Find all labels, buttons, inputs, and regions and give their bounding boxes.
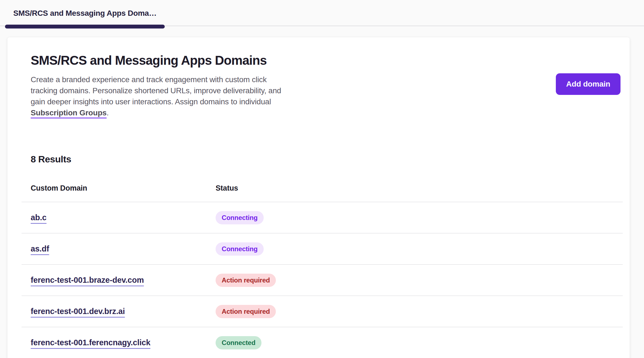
tab-sms-rcs-messaging-apps-domains[interactable]: SMS/RCS and Messaging Apps Doma…	[5, 0, 165, 26]
domain-cell: ab.c	[22, 213, 216, 222]
page-title: SMS/RCS and Messaging Apps Domains	[31, 53, 606, 68]
status-badge: Connected	[216, 336, 261, 349]
status-cell: Connected	[216, 336, 623, 349]
status-cell: Connecting	[216, 211, 623, 224]
page-description: Create a branded experience and track en…	[31, 74, 606, 118]
description-line: gain deeper insights into user interacti…	[31, 96, 606, 107]
status-cell: Action required	[216, 305, 623, 318]
add-domain-button[interactable]: Add domain	[556, 73, 621, 95]
table-header-row: Custom Domain Status	[22, 165, 623, 202]
description-line: Create a branded experience and track en…	[31, 74, 606, 85]
domain-cell: ferenc-test-001.ferencnagy.click	[22, 338, 216, 347]
table-body: ab.c Connecting as.df Connecting ferenc-…	[22, 202, 623, 358]
active-tab-indicator	[5, 25, 165, 28]
domain-link[interactable]: ferenc-test-001.braze-dev.com	[31, 276, 144, 284]
table-row: ferenc-test-001.ferencnagy.click Connect…	[22, 327, 623, 358]
domains-panel: SMS/RCS and Messaging Apps Domains Creat…	[7, 37, 630, 358]
subscription-groups-link[interactable]: Subscription Groups	[31, 108, 107, 117]
table-row: ab.c Connecting	[22, 202, 623, 234]
column-header-status: Status	[216, 184, 623, 193]
status-badge: Action required	[216, 305, 276, 318]
domain-link[interactable]: ab.c	[31, 213, 46, 222]
column-header-custom-domain: Custom Domain	[22, 184, 216, 193]
domain-cell: ferenc-test-001.braze-dev.com	[22, 276, 216, 285]
table-row: ferenc-test-001.dev.brz.ai Action requir…	[22, 296, 623, 327]
description-line: Subscription Groups.	[31, 107, 606, 118]
domain-link[interactable]: ferenc-test-001.dev.brz.ai	[31, 307, 125, 316]
status-cell: Action required	[216, 274, 623, 287]
domain-cell: as.df	[22, 244, 216, 253]
domain-link[interactable]: ferenc-test-001.ferencnagy.click	[31, 338, 150, 347]
domain-cell: ferenc-test-001.dev.brz.ai	[22, 307, 216, 316]
table-row: ferenc-test-001.braze-dev.com Action req…	[22, 265, 623, 296]
tab-label: SMS/RCS and Messaging Apps Doma…	[13, 9, 156, 18]
status-badge: Connecting	[216, 242, 264, 256]
panel-header: SMS/RCS and Messaging Apps Domains Creat…	[7, 37, 630, 118]
results-count: 8 Results	[7, 154, 630, 165]
status-badge: Action required	[216, 274, 276, 287]
domains-table: Custom Domain Status ab.c Connecting as.…	[22, 165, 623, 358]
domain-link[interactable]: as.df	[31, 244, 49, 253]
status-cell: Connecting	[216, 242, 623, 256]
description-period: .	[107, 108, 109, 117]
description-line: tracking domains. Personalize shortened …	[31, 85, 606, 96]
status-badge: Connecting	[216, 211, 264, 224]
tab-bar: SMS/RCS and Messaging Apps Doma…	[0, 0, 644, 26]
table-row: as.df Connecting	[22, 234, 623, 265]
